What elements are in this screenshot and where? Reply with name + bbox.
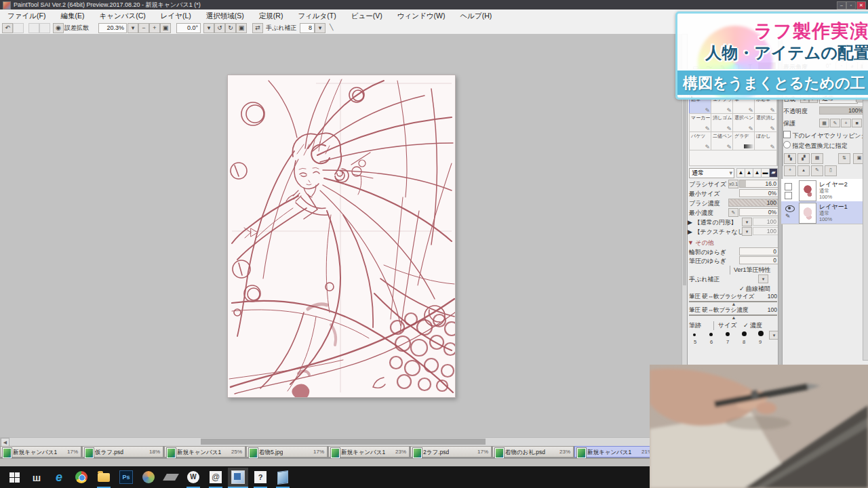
opacity-slider[interactable]: 100% (819, 106, 865, 115)
pressure-jitter-slider[interactable]: 0 (739, 256, 778, 264)
zoom-reset-button[interactable]: ▣ (160, 23, 171, 33)
taskbar-blue-app[interactable] (273, 468, 293, 487)
protect-lock-icon[interactable]: ■ (852, 119, 862, 127)
menu-edit[interactable]: 編集(E) (53, 9, 92, 22)
rotate-ccw-button[interactable]: ↺ (214, 23, 225, 33)
hscroll-thumb[interactable] (201, 439, 486, 445)
circle-strength-slider[interactable]: 100 (753, 218, 778, 226)
brush-mode-dropdown[interactable]: 通常▾ (689, 168, 734, 178)
zoom-out-button[interactable]: − (138, 23, 149, 33)
edit-checkbox[interactable] (785, 192, 792, 199)
doc-tab-2[interactable]: 仮ラフ.psd18% (82, 446, 163, 458)
rotate-reset-button[interactable]: ▣ (236, 23, 247, 33)
doc-tab-6[interactable]: 2ラフ.psd17% (410, 446, 492, 458)
min-density-pen-icon[interactable]: ✎ (728, 208, 738, 217)
doc-tab-5[interactable]: 新規キャンバス123% (328, 446, 410, 458)
protect-draw-icon[interactable]: ✎ (830, 119, 840, 127)
taskbar-photoshop[interactable]: Ps (116, 468, 136, 487)
taskbar-app-u[interactable]: ш (26, 468, 47, 487)
preset-dot-6[interactable] (709, 333, 713, 336)
tool-eraser[interactable]: 消しゴム✎ (711, 113, 734, 133)
texture-expander[interactable]: ▶ 【テクスチャなし】 (688, 228, 750, 237)
menu-layer[interactable]: レイヤ(L) (153, 9, 199, 22)
merge-down-button[interactable]: + (784, 165, 796, 176)
edge-jitter-slider[interactable]: 0 (739, 247, 778, 256)
start-button[interactable] (4, 468, 24, 487)
preset-dot-8[interactable] (742, 331, 747, 336)
raise-layer-button[interactable]: ▴ (797, 165, 810, 176)
texture-drop-button[interactable]: ▾ (742, 227, 752, 236)
menu-canvas[interactable]: キャンバス(C) (92, 9, 153, 22)
doc-tab-7[interactable]: 着物のお礼.psd23% (492, 446, 574, 458)
menu-ruler[interactable]: 定規(R) (252, 9, 291, 22)
texture-strength-slider[interactable]: 100 (753, 227, 778, 235)
angle-value[interactable]: 0.0° (176, 23, 201, 33)
circle-drop-button[interactable]: ▾ (742, 218, 752, 226)
menu-help[interactable]: ヘルプ(H) (452, 9, 499, 22)
zoom-in-button[interactable]: + (149, 23, 160, 33)
brush-size-unit-button[interactable]: x0.1 (728, 180, 738, 188)
visibility-checkbox[interactable] (785, 183, 792, 190)
rotate-cw-button[interactable]: ↻ (225, 23, 236, 33)
doc-tab-8-selected[interactable]: 新規キャンバス121% (574, 446, 656, 458)
taskbar-tablet-utility[interactable] (161, 468, 181, 487)
preset-tab-density[interactable]: ✓ 濃度 (743, 321, 762, 330)
layer-row-1[interactable]: ✎ レイヤー1 通常 100% (781, 201, 863, 224)
brush-size-slider[interactable]: 16.0 (739, 180, 778, 188)
taskbar-clip-app[interactable]: ? (250, 468, 271, 487)
preset-tab-stroke[interactable]: 筆跡 (689, 321, 701, 330)
other-section-header[interactable]: ▼ その他 (688, 239, 714, 247)
doc-tab-1[interactable]: 新規キャンバス117% (0, 446, 81, 458)
pressure-size-slider[interactable]: 筆圧 硬⇔軟ブラシサイズ 100▲ (689, 293, 777, 302)
menu-filter[interactable]: フィルタ(T) (290, 9, 343, 22)
tool-blur[interactable]: ぼかし✎ (754, 131, 777, 151)
zoom-drop-icon[interactable]: ▾ (127, 23, 138, 33)
replace-source-radio[interactable]: 指定色置換元に指定 (783, 141, 848, 150)
tool-select-eraser[interactable]: 選択消し✎ (754, 113, 777, 133)
brush-shape-5[interactable]: ▰ (769, 168, 778, 178)
eye-icon[interactable]: ◉ (53, 23, 64, 33)
protect-opacity-icon[interactable]: ▦ (819, 119, 829, 127)
canvas-area[interactable] (0, 34, 682, 437)
pressure-density-slider[interactable]: 筆圧 硬⇔軟ブラシ濃度 100▲ (689, 306, 777, 316)
transfer-down-button[interactable]: ⇅ (838, 153, 850, 164)
close-button[interactable]: ✕ (856, 1, 866, 9)
clear-layer-button[interactable]: ✎ (811, 165, 823, 176)
tool-binary-pen[interactable]: 二値ペン✎ (711, 131, 734, 151)
undo-icon[interactable]: ↶ (2, 23, 13, 33)
preset-dot-7[interactable] (726, 332, 730, 336)
stabilizer-drop-icon[interactable]: ▾ (315, 23, 326, 33)
layer-list-scrollbar[interactable] (863, 61, 868, 361)
taskbar-edge[interactable]: e (49, 468, 69, 487)
redo-button[interactable] (13, 23, 24, 33)
protect-move-icon[interactable]: + (841, 119, 851, 127)
flip-horizontal-icon[interactable]: ⇄ (252, 23, 263, 33)
toolbar-button-a[interactable] (28, 23, 39, 33)
canvas-page[interactable] (227, 75, 456, 398)
panel-stabilizer-drop[interactable]: ▾ (758, 274, 768, 283)
circle-expander[interactable]: ▶ 【通常の円形】 (688, 218, 737, 227)
layer-row-2[interactable]: レイヤー2 通常 100% (781, 179, 863, 202)
preset-tab-size[interactable]: サイズ (713, 321, 737, 330)
tool-select-pen[interactable]: 選択ペン✎ (732, 113, 755, 133)
menu-file[interactable]: ファイル(F) (0, 9, 53, 22)
tool-marker[interactable]: マーカー✎ (689, 113, 712, 133)
vscroll-thumb[interactable] (683, 96, 686, 285)
restore-button[interactable]: ▫ (846, 1, 856, 9)
ver1-pressure-toggle[interactable]: Ver1筆圧特性 (730, 266, 771, 274)
menu-view[interactable]: ビュー(V) (344, 9, 390, 22)
tool-gradient[interactable]: グラデ (732, 131, 755, 151)
preset-dot-5[interactable] (693, 333, 696, 336)
layer-mask-button[interactable]: ▦ (811, 153, 823, 164)
new-layer-button[interactable]: ▚ (784, 153, 796, 164)
min-size-slider[interactable]: 0% (739, 189, 778, 197)
density-slider[interactable]: 100 (728, 199, 778, 207)
taskbar-spiral-app[interactable]: @ (205, 468, 226, 487)
angle-drop-icon[interactable]: ▾ (203, 23, 214, 33)
taskbar-explorer[interactable] (94, 468, 114, 487)
eye-icon[interactable] (785, 205, 795, 212)
stabilizer-value[interactable]: 8 (300, 23, 315, 33)
zoom-value[interactable]: 20.3% (98, 23, 127, 33)
taskbar-sai-active[interactable] (228, 468, 248, 487)
new-folder-button[interactable]: ▞ (797, 153, 810, 164)
